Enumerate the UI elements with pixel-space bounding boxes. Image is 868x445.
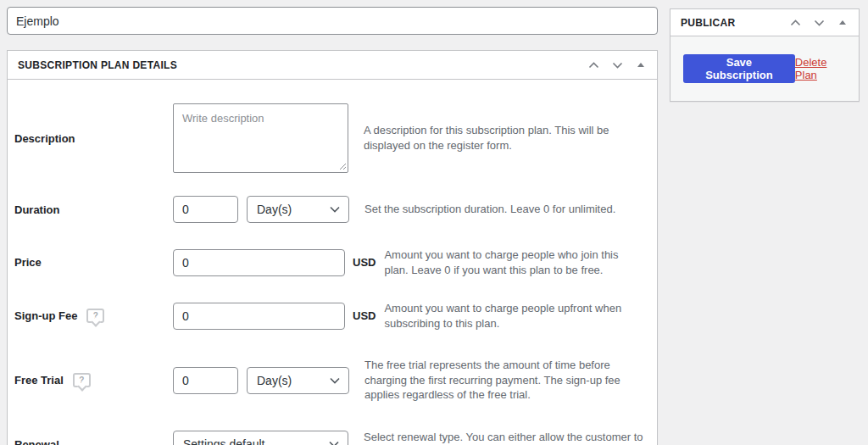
publish-box-header[interactable]: PUBLICAR [670,9,859,36]
renewal-label: Renewal [14,438,173,445]
chevron-down-icon [330,206,340,213]
signup-fee-value-input[interactable] [173,303,345,330]
post-title-input[interactable] [7,7,658,35]
price-label: Price [14,256,173,269]
collapse-toggle-icon[interactable] [833,14,852,32]
field-row-duration: Duration Day(s) Set the subscription dur… [8,196,657,223]
price-value-input[interactable] [173,249,345,276]
field-row-price: Price USD Amount you want to charge peop… [8,248,657,277]
move-up-icon[interactable] [786,14,804,32]
description-label: Description [14,132,173,145]
field-row-signup-fee: Sign-up Fee ? USD Amount you want to cha… [8,301,657,331]
page: SUBSCRIPTION PLAN DETAILS Description [0,0,868,445]
duration-unit-select[interactable]: Day(s) [247,196,349,223]
duration-helper-text: Set the subscription duration. Leave 0 f… [364,202,615,217]
publish-box-body: Save Subscription Delete Plan [670,36,859,101]
free-trial-unit-select[interactable]: Day(s) [247,367,349,394]
duration-label: Duration [14,203,173,216]
field-row-renewal: Renewal Settings default Select renewal … [8,430,657,445]
duration-value-input[interactable] [173,196,238,223]
details-box-body: Description A description for this subsc… [8,80,657,445]
free-trial-label: Free Trial ? [14,373,173,387]
publish-box: PUBLICAR Save Subscription Delete Plan [670,8,860,102]
price-helper-text: Amount you want to charge people who joi… [384,248,645,277]
free-trial-value-input[interactable] [173,367,238,394]
subscription-plan-details-box: SUBSCRIPTION PLAN DETAILS Description [7,50,658,445]
free-trial-helper-text: The free trial represents the amount of … [364,358,645,403]
free-trial-help-icon[interactable]: ? [73,373,91,387]
chevron-down-icon [329,441,339,445]
signup-fee-helper-text: Amount you want to charge people upfront… [384,301,645,331]
signup-fee-label: Sign-up Fee ? [14,309,173,323]
field-row-free-trial: Free Trial ? Day(s) The free trial repre… [8,358,657,403]
description-textarea[interactable] [173,103,348,173]
chevron-down-icon [330,377,340,384]
move-up-icon[interactable] [584,56,603,75]
publish-box-title: PUBLICAR [681,17,735,29]
save-subscription-button[interactable]: Save Subscription [683,54,795,83]
move-down-icon[interactable] [810,14,828,32]
details-box-title: SUBSCRIPTION PLAN DETAILS [18,59,177,71]
price-currency-label: USD [353,256,376,269]
details-box-header[interactable]: SUBSCRIPTION PLAN DETAILS [8,51,657,80]
description-helper-text: A description for this subscription plan… [364,123,645,153]
delete-plan-link[interactable]: Delete Plan [795,56,845,81]
renewal-helper-text: Select renewal type. You can either allo… [364,430,645,445]
move-down-icon[interactable] [608,56,626,75]
renewal-select[interactable]: Settings default [173,431,348,445]
signup-fee-currency-label: USD [353,309,376,322]
collapse-toggle-icon[interactable] [632,56,650,75]
signup-fee-help-icon[interactable]: ? [86,309,104,323]
description-textarea-wrap [173,103,348,173]
field-row-description: Description A description for this subsc… [8,103,657,173]
